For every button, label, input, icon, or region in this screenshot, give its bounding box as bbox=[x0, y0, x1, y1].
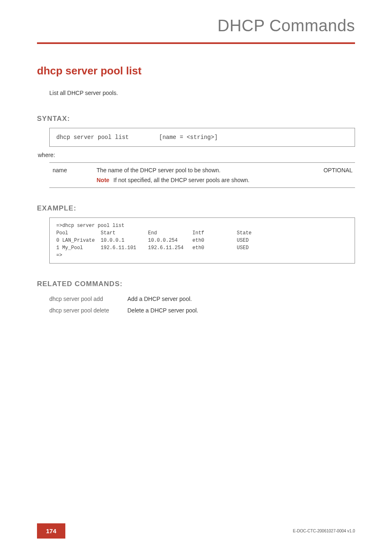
param-table: name The name of the DHCP server pool to… bbox=[49, 162, 355, 188]
syntax-box: dhcp server pool list [name = <string>] bbox=[49, 128, 355, 147]
command-description: List all DHCP server pools. bbox=[49, 90, 355, 96]
related-desc: Delete a DHCP server pool. bbox=[127, 307, 198, 314]
page: DHCP Commands dhcp server pool list List… bbox=[0, 0, 392, 555]
syntax-heading: SYNTAX: bbox=[37, 115, 355, 123]
example-box: =>dhcp server pool list Pool Start End I… bbox=[49, 217, 355, 264]
page-number: 174 bbox=[37, 523, 65, 539]
related-row: dhcp server pool delete Delete a DHCP se… bbox=[49, 305, 355, 316]
syntax-command: dhcp server pool list bbox=[56, 134, 159, 141]
related-cmd: dhcp server pool add bbox=[49, 296, 127, 302]
example-heading: EXAMPLE: bbox=[37, 204, 355, 213]
syntax-args: [name = <string>] bbox=[159, 134, 218, 141]
related-cmd: dhcp server pool delete bbox=[49, 307, 127, 314]
param-note: Note If not specified, all the DHCP serv… bbox=[97, 177, 314, 183]
command-title: dhcp server pool list bbox=[37, 65, 355, 77]
doc-id: E-DOC-CTC-20061027-0004 v1.0 bbox=[293, 529, 355, 533]
related-commands: dhcp server pool add Add a DHCP server p… bbox=[49, 293, 355, 316]
related-row: dhcp server pool add Add a DHCP server p… bbox=[49, 293, 355, 305]
content-area: dhcp server pool list List all DHCP serv… bbox=[0, 44, 392, 316]
footer: 174 E-DOC-CTC-20061027-0004 v1.0 bbox=[0, 523, 392, 539]
param-option: OPTIONAL bbox=[314, 167, 355, 173]
related-desc: Add a DHCP server pool. bbox=[127, 296, 192, 302]
category-title: DHCP Commands bbox=[0, 0, 392, 42]
param-desc: The name of the DHCP server pool to be s… bbox=[97, 167, 314, 173]
where-label: where: bbox=[38, 152, 355, 158]
note-label: Note bbox=[97, 177, 109, 183]
note-text: If not specified, all the DHCP server po… bbox=[113, 177, 249, 183]
param-body: The name of the DHCP server pool to be s… bbox=[97, 167, 314, 183]
param-row: name The name of the DHCP server pool to… bbox=[49, 162, 355, 188]
param-name: name bbox=[49, 167, 97, 173]
related-heading: RELATED COMMANDS: bbox=[37, 280, 355, 288]
